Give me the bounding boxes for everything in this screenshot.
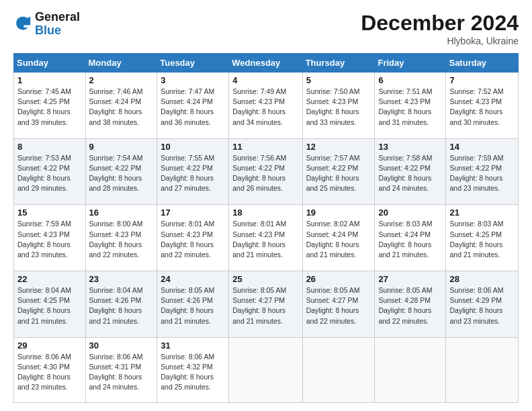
day-number: 3: [161, 75, 225, 85]
table-row: [229, 337, 302, 402]
header: General Blue December 2024 Hlyboka, Ukra…: [13, 11, 519, 46]
table-row: 4 Sunrise: 7:49 AM Sunset: 4:23 PM Dayli…: [229, 73, 302, 139]
day-info: Sunrise: 7:57 AM Sunset: 4:22 PM Dayligh…: [306, 153, 371, 194]
day-info: Sunrise: 7:45 AM Sunset: 4:25 PM Dayligh…: [17, 87, 82, 128]
table-row: 19 Sunrise: 8:02 AM Sunset: 4:24 PM Dayl…: [302, 205, 375, 271]
day-info: Sunrise: 8:00 AM Sunset: 4:23 PM Dayligh…: [89, 219, 154, 260]
day-info: Sunrise: 8:06 AM Sunset: 4:31 PM Dayligh…: [89, 352, 154, 393]
day-number: 17: [161, 208, 225, 218]
table-row: 12 Sunrise: 7:57 AM Sunset: 4:22 PM Dayl…: [302, 138, 375, 205]
header-thursday: Thursday: [302, 54, 375, 73]
table-row: [375, 337, 446, 402]
table-row: 10 Sunrise: 7:55 AM Sunset: 4:22 PM Dayl…: [157, 138, 229, 205]
day-info: Sunrise: 8:06 AM Sunset: 4:32 PM Dayligh…: [161, 352, 225, 393]
day-number: 1: [17, 75, 82, 85]
day-info: Sunrise: 7:59 AM Sunset: 4:22 PM Dayligh…: [449, 153, 515, 194]
table-row: 6 Sunrise: 7:51 AM Sunset: 4:23 PM Dayli…: [375, 73, 446, 139]
day-info: Sunrise: 7:58 AM Sunset: 4:22 PM Dayligh…: [378, 153, 442, 194]
day-info: Sunrise: 8:05 AM Sunset: 4:26 PM Dayligh…: [161, 285, 225, 326]
day-info: Sunrise: 8:01 AM Sunset: 4:23 PM Dayligh…: [232, 219, 298, 260]
header-tuesday: Tuesday: [157, 54, 229, 73]
month-title: December 2024: [361, 11, 519, 36]
day-info: Sunrise: 8:05 AM Sunset: 4:27 PM Dayligh…: [306, 285, 371, 326]
day-number: 11: [232, 142, 298, 152]
day-info: Sunrise: 7:50 AM Sunset: 4:23 PM Dayligh…: [306, 87, 371, 128]
day-info: Sunrise: 7:56 AM Sunset: 4:22 PM Dayligh…: [232, 153, 298, 194]
table-row: 27 Sunrise: 8:05 AM Sunset: 4:28 PM Dayl…: [375, 271, 446, 337]
day-number: 9: [89, 142, 154, 152]
day-number: 16: [89, 208, 154, 218]
table-row: [446, 337, 519, 402]
day-number: 31: [161, 340, 225, 351]
day-info: Sunrise: 8:03 AM Sunset: 4:24 PM Dayligh…: [378, 219, 442, 260]
table-row: 9 Sunrise: 7:54 AM Sunset: 4:22 PM Dayli…: [85, 138, 157, 205]
day-number: 25: [232, 274, 298, 284]
calendar-header-row: Sunday Monday Tuesday Wednesday Thursday…: [14, 54, 519, 73]
table-row: 17 Sunrise: 8:01 AM Sunset: 4:23 PM Dayl…: [157, 205, 229, 271]
header-monday: Monday: [85, 54, 157, 73]
logo-text-line2: Blue: [35, 24, 80, 38]
day-number: 12: [306, 142, 371, 152]
day-number: 19: [306, 208, 371, 218]
table-row: 11 Sunrise: 7:56 AM Sunset: 4:22 PM Dayl…: [229, 138, 302, 205]
table-row: 13 Sunrise: 7:58 AM Sunset: 4:22 PM Dayl…: [375, 138, 446, 205]
day-number: 5: [306, 75, 371, 85]
table-row: 23 Sunrise: 8:04 AM Sunset: 4:26 PM Dayl…: [85, 271, 157, 337]
table-row: 29 Sunrise: 8:06 AM Sunset: 4:30 PM Dayl…: [14, 337, 86, 402]
title-block: December 2024 Hlyboka, Ukraine: [361, 11, 519, 46]
logo: General Blue: [13, 11, 80, 38]
day-info: Sunrise: 7:47 AM Sunset: 4:24 PM Dayligh…: [161, 87, 225, 128]
day-info: Sunrise: 8:03 AM Sunset: 4:25 PM Dayligh…: [449, 219, 515, 260]
day-info: Sunrise: 8:05 AM Sunset: 4:28 PM Dayligh…: [378, 285, 442, 326]
header-sunday: Sunday: [14, 54, 86, 73]
table-row: 28 Sunrise: 8:06 AM Sunset: 4:29 PM Dayl…: [446, 271, 519, 337]
page: General Blue December 2024 Hlyboka, Ukra…: [0, 0, 532, 411]
day-info: Sunrise: 8:02 AM Sunset: 4:24 PM Dayligh…: [306, 219, 371, 260]
day-info: Sunrise: 8:04 AM Sunset: 4:26 PM Dayligh…: [89, 285, 154, 326]
table-row: 8 Sunrise: 7:53 AM Sunset: 4:22 PM Dayli…: [14, 138, 86, 205]
day-info: Sunrise: 7:54 AM Sunset: 4:22 PM Dayligh…: [89, 153, 154, 194]
table-row: 25 Sunrise: 8:05 AM Sunset: 4:27 PM Dayl…: [229, 271, 302, 337]
header-friday: Friday: [375, 54, 446, 73]
day-number: 8: [17, 142, 82, 152]
logo-icon: [13, 15, 32, 34]
day-number: 15: [17, 208, 82, 218]
day-info: Sunrise: 7:51 AM Sunset: 4:23 PM Dayligh…: [378, 87, 442, 128]
day-info: Sunrise: 7:52 AM Sunset: 4:23 PM Dayligh…: [449, 87, 515, 128]
day-number: 26: [306, 274, 371, 284]
day-number: 30: [89, 340, 154, 351]
day-number: 4: [232, 75, 298, 85]
day-info: Sunrise: 8:06 AM Sunset: 4:30 PM Dayligh…: [17, 352, 82, 393]
table-row: 2 Sunrise: 7:46 AM Sunset: 4:24 PM Dayli…: [85, 73, 157, 139]
table-row: 7 Sunrise: 7:52 AM Sunset: 4:23 PM Dayli…: [446, 73, 519, 139]
day-number: 20: [378, 208, 442, 218]
table-row: 16 Sunrise: 8:00 AM Sunset: 4:23 PM Dayl…: [85, 205, 157, 271]
day-number: 21: [449, 208, 515, 218]
day-number: 24: [161, 274, 225, 284]
subtitle: Hlyboka, Ukraine: [361, 36, 519, 46]
table-row: 24 Sunrise: 8:05 AM Sunset: 4:26 PM Dayl…: [157, 271, 229, 337]
day-info: Sunrise: 7:55 AM Sunset: 4:22 PM Dayligh…: [161, 153, 225, 194]
header-saturday: Saturday: [446, 54, 519, 73]
day-number: 27: [378, 274, 442, 284]
day-info: Sunrise: 7:53 AM Sunset: 4:22 PM Dayligh…: [17, 153, 82, 194]
day-number: 13: [378, 142, 442, 152]
day-info: Sunrise: 8:05 AM Sunset: 4:27 PM Dayligh…: [232, 285, 298, 326]
day-number: 6: [378, 75, 442, 85]
table-row: 22 Sunrise: 8:04 AM Sunset: 4:25 PM Dayl…: [14, 271, 86, 337]
table-row: 26 Sunrise: 8:05 AM Sunset: 4:27 PM Dayl…: [302, 271, 375, 337]
day-info: Sunrise: 8:04 AM Sunset: 4:25 PM Dayligh…: [17, 285, 82, 326]
day-number: 28: [449, 274, 515, 284]
header-wednesday: Wednesday: [229, 54, 302, 73]
day-info: Sunrise: 7:59 AM Sunset: 4:23 PM Dayligh…: [17, 219, 82, 260]
table-row: 1 Sunrise: 7:45 AM Sunset: 4:25 PM Dayli…: [14, 73, 86, 139]
day-number: 7: [449, 75, 515, 85]
day-number: 22: [17, 274, 82, 284]
table-row: 14 Sunrise: 7:59 AM Sunset: 4:22 PM Dayl…: [446, 138, 519, 205]
day-number: 29: [17, 340, 82, 351]
table-row: 5 Sunrise: 7:50 AM Sunset: 4:23 PM Dayli…: [302, 73, 375, 139]
day-number: 10: [161, 142, 225, 152]
logo-text-line1: General: [35, 11, 80, 24]
day-info: Sunrise: 8:01 AM Sunset: 4:23 PM Dayligh…: [161, 219, 225, 260]
table-row: [302, 337, 375, 402]
